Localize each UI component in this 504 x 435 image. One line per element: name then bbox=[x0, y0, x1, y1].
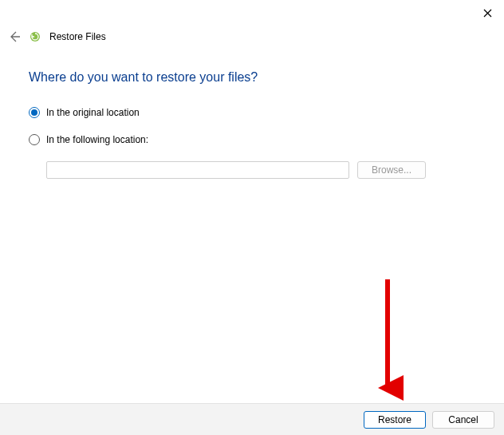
window-title: Restore Files bbox=[49, 31, 106, 42]
option-original-location[interactable]: In the original location bbox=[29, 107, 475, 118]
page-heading: Where do you want to restore your files? bbox=[29, 70, 475, 85]
path-row: Browse... bbox=[46, 161, 475, 179]
titlebar bbox=[0, 0, 504, 26]
restore-button[interactable]: Restore bbox=[364, 411, 426, 429]
radio-following[interactable] bbox=[29, 134, 40, 145]
radio-original[interactable] bbox=[29, 107, 40, 118]
option-following-location[interactable]: In the following location: bbox=[29, 134, 475, 145]
cancel-button[interactable]: Cancel bbox=[432, 411, 494, 429]
close-button[interactable] bbox=[482, 7, 493, 18]
header-row: Restore Files bbox=[0, 26, 504, 46]
footer-bar: Restore Cancel bbox=[0, 403, 504, 435]
radio-original-label: In the original location bbox=[46, 107, 140, 118]
arrow-left-icon bbox=[8, 30, 21, 43]
back-button[interactable] bbox=[8, 30, 21, 43]
content-area: Where do you want to restore your files?… bbox=[0, 46, 504, 179]
red-arrow-annotation bbox=[372, 279, 404, 407]
restore-files-icon bbox=[29, 30, 41, 43]
browse-button[interactable]: Browse... bbox=[357, 161, 426, 179]
close-icon bbox=[483, 9, 492, 18]
path-input[interactable] bbox=[46, 161, 349, 179]
radio-following-label: In the following location: bbox=[46, 134, 148, 145]
